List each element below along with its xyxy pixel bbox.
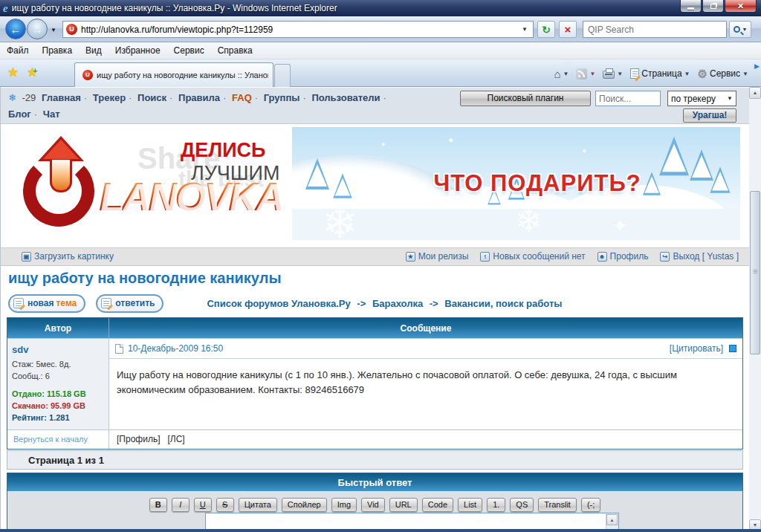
uploaded-value: 115.18 GB [47, 389, 86, 398]
italic-button[interactable]: I [172, 498, 190, 512]
stop-button[interactable]: × [559, 21, 577, 38]
menu-view[interactable]: Вид [79, 43, 109, 58]
menu-help[interactable]: Справка [211, 43, 259, 58]
print-dropdown-icon: ▼ [617, 71, 623, 77]
page-menu-button[interactable]: Страница▼ [628, 67, 692, 80]
breadcrumb-forum[interactable]: Вакансии, поиск работы [444, 298, 562, 309]
minimize-button[interactable] [680, 0, 702, 13]
forum-search-box[interactable] [595, 91, 661, 106]
close-button[interactable]: ✕ [725, 0, 757, 13]
uploaded-label: Отдано: [12, 389, 45, 398]
post-select-icon[interactable] [729, 345, 736, 352]
nav-link-users[interactable]: Пользователи [311, 92, 380, 103]
logout-link[interactable]: ↪ Выход [ Yustas ] [660, 251, 739, 262]
search-plugin-button[interactable]: Поисковый плагин [460, 91, 591, 106]
translit-button[interactable]: Translit [538, 498, 577, 512]
breadcrumb-forums[interactable]: Список форумов Улановка.Ру [207, 298, 350, 309]
upload-image-link[interactable]: ▣ Загрузить картинку [22, 251, 114, 262]
menu-edit[interactable]: Правка [36, 43, 80, 58]
menu-bar: Файл Правка Вид Избранное Сервис Справка [0, 42, 761, 59]
forward-button[interactable]: → [27, 19, 48, 39]
nav-link-groups[interactable]: Группы [264, 92, 300, 103]
feeds-button[interactable]: ▼ [574, 67, 598, 81]
browser-tab[interactable]: U ищу работу на новогодние каникулы :: У… [74, 62, 273, 87]
nav-link-home[interactable]: Главная [42, 92, 81, 103]
menu-favorites[interactable]: Избранное [109, 43, 167, 58]
bold-button[interactable]: B [149, 498, 167, 512]
menu-file[interactable]: Файл [0, 43, 36, 58]
site-logo[interactable]: Share the best LANOVKA ДЕЛИСЬ ЛУЧШИМ [11, 134, 290, 239]
address-bar[interactable]: U http://ulanovka.ru/forum/viewtopic.php… [62, 21, 534, 38]
profile-label: Профиль [610, 251, 649, 262]
back-button[interactable]: ← [5, 19, 26, 39]
restore-button[interactable] [702, 0, 724, 13]
qip-search-input[interactable] [583, 22, 726, 37]
home-button[interactable]: ⌂▼ [551, 66, 571, 82]
textarea-scroll-up-icon[interactable]: ▲ [606, 514, 618, 525]
search-scope-select[interactable]: по трекеру ▼ [667, 91, 736, 106]
add-favorite-icon[interactable]: ★+ [27, 65, 38, 80]
author-username-link[interactable]: sdv [12, 344, 104, 355]
url-button[interactable]: URL [389, 498, 418, 512]
profile-post-link[interactable]: [Профиль] [117, 434, 160, 444]
tools-menu-button[interactable]: ⚙Сервис▼ [696, 65, 751, 82]
list-button[interactable]: List [458, 498, 482, 512]
ad-banner[interactable]: ❄ ❄ ✦ ● ● ● ЧТО ПОДАРИТЬ? [292, 127, 740, 240]
print-button[interactable]: ▼ [600, 67, 625, 80]
history-dropdown-icon[interactable]: ▼ [51, 27, 56, 33]
post-icon[interactable] [115, 344, 123, 354]
experience-value: 5мес. 8д. [36, 360, 71, 369]
search-go-button[interactable]: ▼ [729, 21, 751, 38]
reply-button[interactable]: ответить [96, 294, 163, 313]
window-bottom-border [0, 529, 761, 532]
snowflake-icon: ❄ [515, 201, 543, 239]
nav-link-tracker[interactable]: Трекер [93, 92, 126, 103]
search-dropdown-icon[interactable]: ▼ [742, 27, 748, 32]
nav-link-search[interactable]: Поиск [137, 92, 166, 103]
rating-label: Рейтинг: [12, 413, 47, 422]
command-overflow-chevron-icon[interactable]: ▶ [754, 62, 760, 70]
ad-headline: ЧТО ПОДАРИТЬ? [381, 170, 693, 197]
url-text[interactable]: http://ulanovka.ru/forum/viewtopic.php?t… [81, 25, 273, 35]
menu-tools[interactable]: Сервис [167, 43, 211, 58]
forum-search-input[interactable] [596, 91, 660, 106]
new-topic-button[interactable]: новая тема [8, 294, 85, 313]
refresh-button[interactable]: ↻ [537, 21, 555, 38]
ordered-list-button[interactable]: 1. [487, 498, 505, 512]
private-message-link[interactable]: [ЛС] [167, 434, 184, 444]
page-scrollbar[interactable]: ▲ ▼ [749, 87, 761, 532]
rss-feed-icon [576, 68, 587, 80]
scrollbar-thumb[interactable] [750, 191, 760, 354]
profile-link[interactable]: ☻ Профиль [598, 251, 649, 262]
smiley-button[interactable]: (-; [581, 498, 600, 512]
my-releases-link[interactable]: ★ Мои релизы [406, 251, 469, 262]
back-to-top-link[interactable]: Вернуться к началу [13, 435, 88, 444]
close-icon: ✕ [737, 1, 744, 11]
messages-link[interactable]: ! Новых сообщений нет [480, 251, 585, 262]
qip-search-box[interactable] [583, 21, 727, 38]
img-button[interactable]: Img [331, 498, 357, 512]
vid-button[interactable]: Vid [361, 498, 385, 512]
pine-tree-icon [710, 166, 730, 193]
nav-link-rules[interactable]: Правила [178, 92, 220, 103]
search-scope-value: по трекеру [671, 94, 716, 104]
breadcrumb-category[interactable]: Барахолка [372, 298, 423, 309]
quote-link[interactable]: [Цитировать] [670, 343, 723, 354]
url-dropdown-icon[interactable]: ▼ [516, 26, 533, 33]
underline-button[interactable]: U [194, 498, 212, 512]
code-button[interactable]: Code [422, 498, 453, 512]
spoiler-button[interactable]: Спойлер [282, 498, 327, 512]
post-date[interactable]: 10-Декабрь-2009 16:50 [128, 343, 223, 354]
strike-button[interactable]: S [216, 498, 234, 512]
favorites-star-icon[interactable]: ★ [7, 65, 19, 80]
scroll-up-button[interactable]: ▲ [749, 87, 761, 99]
nav-link-blog[interactable]: Блог [8, 108, 31, 120]
nav-separator: · [169, 92, 172, 103]
go-button[interactable]: Урагша! [683, 108, 736, 123]
new-tab-stub[interactable] [274, 64, 291, 87]
downloaded-value: 95.99 GB [51, 401, 85, 410]
nav-link-faq[interactable]: FAQ [232, 92, 252, 103]
qs-button[interactable]: QS [510, 498, 534, 512]
quote-button[interactable]: Цитата [239, 498, 277, 512]
nav-link-chat[interactable]: Чат [43, 108, 60, 120]
